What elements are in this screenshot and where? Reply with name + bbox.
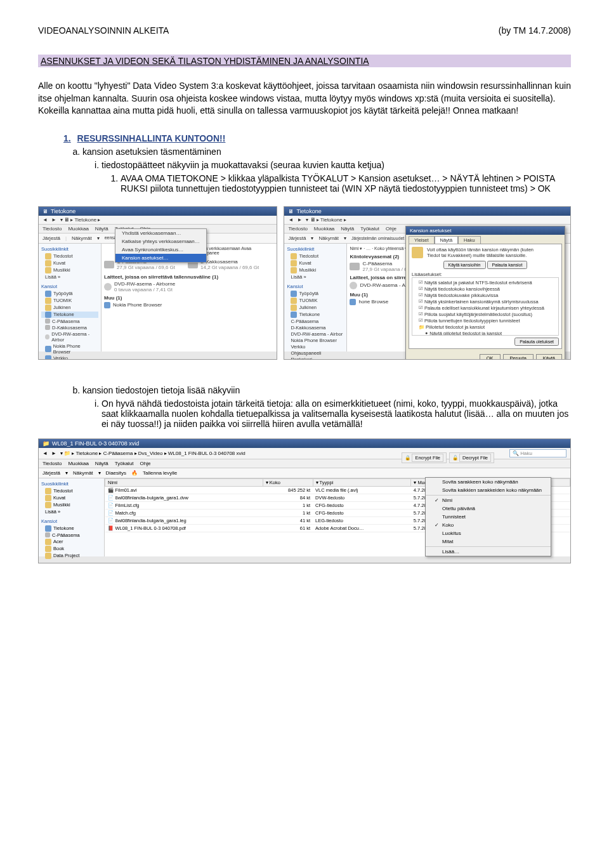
col-type[interactable]: ▾ Tyyppi xyxy=(313,478,411,486)
apply-to-folders-button[interactable]: Käytä kansioihin xyxy=(443,261,486,269)
item-b-i: On hyvä nähdä tiedostoista jotain tärkei… xyxy=(102,398,571,429)
ctx-col-name[interactable]: Nimi xyxy=(426,496,551,504)
ok-button[interactable]: OK xyxy=(480,354,501,360)
folder-c[interactable]: C-Pääasema xyxy=(41,319,98,324)
ctx-col-rating[interactable]: Luokitus xyxy=(426,529,551,537)
check-file-icon[interactable]: Näytä tiedostokuvake pikkukuvissa xyxy=(414,293,557,298)
menu-view[interactable]: Näytä xyxy=(95,226,108,232)
header-left: VIDEOANALYSOINNIN ALKEITA xyxy=(38,25,169,36)
column-context-menu: Sovita sarakkeen koko näkymään Sovita ka… xyxy=(425,477,551,556)
views-button[interactable]: Näkymät xyxy=(72,235,92,241)
fwd-arrow-icon[interactable]: ► xyxy=(297,217,302,223)
item1-a-label: kansion asetuksien täsmentäminen xyxy=(82,147,221,157)
tools-dropdown: Yhdistä verkkoasemaan… Katkaise yhteys v… xyxy=(115,228,207,263)
check-restore-windows[interactable]: Palauta edelliset kansioikkunat kirjautu… xyxy=(414,305,557,311)
menu-disconnect[interactable]: Katkaise yhteys verkkoasemaan… xyxy=(115,237,206,246)
restore-defaults-button[interactable]: Palauta oletukset xyxy=(514,338,559,346)
ctx-col-taken[interactable]: Otettu päivänä xyxy=(426,504,551,513)
item1-title: RESURSSINHALLINTA KUNTOON!! xyxy=(77,133,226,143)
window-titlebar: 📁 WL08_1 FIN-BUL 0-3 040708 xvid xyxy=(39,439,570,448)
nokia-browser[interactable]: Nokia Phone Browser xyxy=(104,302,274,308)
ctx-col-size[interactable]: Koko xyxy=(426,521,551,529)
section-banner: ASENNUKSET JA VIDEON SEKÄ TILASTON YHDIS… xyxy=(38,55,571,67)
window-title: Tietokone xyxy=(296,208,321,214)
screenshot-explorer-tools-menu: 🖥 Tietokone ◄ ► ▾ 🖥 ▸ Tietokone ▸ Tiedos… xyxy=(38,206,277,360)
item-b-label: kansion tiedostojen tietoja lisää näkyvi… xyxy=(82,385,240,395)
divider: | xyxy=(65,235,67,241)
apply-button[interactable]: Käytä xyxy=(536,354,562,360)
removable-section: Laitteet, joissa on siirrettävä tallennu… xyxy=(104,274,274,280)
menu-sync[interactable]: Avaa Synkronointikeskus… xyxy=(115,246,206,254)
fwd-arrow-icon[interactable]: ► xyxy=(51,450,56,456)
computer-icon: 🖥 xyxy=(288,208,294,214)
window-titlebar: 🖥 Tietokone xyxy=(284,207,570,216)
other-section: Muu (1) xyxy=(104,295,274,301)
folder-icon xyxy=(412,247,423,258)
folder-public[interactable]: Julkinen xyxy=(41,305,98,311)
folder-d[interactable]: D-Kakkosasema xyxy=(41,325,98,331)
encrypt-button[interactable]: 🔒 Encrypt File xyxy=(402,452,447,463)
menu-map-drive[interactable]: Yhdistä verkkoasemaan… xyxy=(115,229,206,237)
page-header: VIDEOANALYSOINNIN ALKEITA (by TM 14.7.20… xyxy=(38,25,571,36)
nav-sidebar: Suosikkilinkit Tiedostot Kuvat Musiikki … xyxy=(39,478,105,556)
tab-view[interactable]: Näytä xyxy=(435,236,459,244)
back-arrow-icon[interactable]: ◄ xyxy=(43,217,48,223)
header-right: (by TM 14.7.2008) xyxy=(499,25,571,36)
back-arrow-icon[interactable]: ◄ xyxy=(288,217,293,223)
sidebar-pictures[interactable]: Kuvat xyxy=(41,260,98,266)
address-bar[interactable]: ◄ ► ▾ 🖥 ▸ Tietokone ▸ xyxy=(39,216,277,225)
screenshot-row-1: 🖥 Tietokone ◄ ► ▾ 🖥 ▸ Tietokone ▸ Tiedos… xyxy=(38,206,571,360)
item1-number: 1. xyxy=(63,133,71,143)
ctx-more[interactable]: Lisää… xyxy=(426,548,551,556)
address-bar[interactable]: ◄ ► ▾ 🖥 ▸ Tietokone ▸ xyxy=(284,216,570,225)
dialog-title: Kansion asetukset xyxy=(406,227,565,235)
folder-dvd[interactable]: DVD-RW-asema - Airbor xyxy=(41,331,98,343)
item1-a-i-1: AVAA OMA TIETOKONE > klikkaa yläpalkista… xyxy=(121,173,571,194)
breadcrumb-text: Tietokone xyxy=(74,217,96,223)
ctx-size-all[interactable]: Sovita kaikkien sarakkeiden koko näkymää… xyxy=(426,486,551,494)
item1-a-i-label: tiedostopäätteet näkyviin ja muokattavak… xyxy=(102,160,384,170)
folder-desktop[interactable]: Työpöytä xyxy=(41,291,98,297)
list-item-1: 1. RESURSSINHALLINTA KUNTOON!! kansion a… xyxy=(38,133,571,194)
hidden-files-group: 📁 Piilotetut tiedostot ja kansiot xyxy=(414,324,557,330)
screenshot-folder-options: 🖥 Tietokone ◄ ► ▾ 🖥 ▸ Tietokone ▸ Tiedos… xyxy=(284,206,571,360)
search-input[interactable]: 🔍 Haku xyxy=(509,449,566,457)
folder-tuomik[interactable]: TUOMIK xyxy=(41,298,98,304)
item1-a-i: tiedostopäätteet näkyviin ja muokattavak… xyxy=(102,160,571,194)
sidebar-documents[interactable]: Tiedostot xyxy=(41,253,98,260)
check-filesize-tip[interactable]: Näytä tiedostokoko kansiovihjeessä xyxy=(414,286,557,292)
item-b: kansion tiedostojen tietoja lisää näkyvi… xyxy=(82,385,571,429)
folder-network[interactable]: Verkko xyxy=(41,355,98,360)
cancel-button[interactable]: Peruuta xyxy=(503,354,534,360)
ctx-size-to-fit[interactable]: Sovita sarakkeen koko näkymään xyxy=(426,478,551,486)
check-simple-nav[interactable]: Näytä yksinkertainen kansionäkymä siirty… xyxy=(414,299,557,305)
dialog-tabs: Yleiset Näytä Haku xyxy=(406,235,565,244)
ctx-col-tags[interactable]: Tunnisteet xyxy=(426,513,551,521)
folder-nokia[interactable]: Nokia Phone Browser xyxy=(41,343,98,355)
check-hide-extensions[interactable]: Piilota tunnettujen tiedostotyyppien tun… xyxy=(414,318,557,324)
sidebar-music[interactable]: Musiikki xyxy=(41,267,98,273)
folder-icon: 📁 xyxy=(43,440,49,447)
reset-folders-button[interactable]: Palauta kansiot xyxy=(487,261,528,269)
folder-computer[interactable]: Tietokone xyxy=(41,312,98,318)
tab-search[interactable]: Haku xyxy=(458,236,481,244)
decrypt-button[interactable]: 🔓 Decrypt File xyxy=(449,452,494,463)
menu-file[interactable]: Tiedosto xyxy=(43,226,62,232)
tab-general[interactable]: Yleiset xyxy=(409,236,435,244)
col-name[interactable]: Nimi xyxy=(105,478,263,486)
col-size[interactable]: ▾ Koko xyxy=(263,478,313,486)
radio-show-hidden[interactable]: Näytä piilotetut tiedostot ja kansiot xyxy=(414,331,557,336)
sidebar-more[interactable]: Lisää » xyxy=(41,274,98,280)
window-title: WL08_1 FIN-BUL 0-3 040708 xvid xyxy=(52,440,139,447)
menu-edit[interactable]: Muokkaa xyxy=(68,226,88,232)
organize-button[interactable]: Järjestä xyxy=(43,235,60,241)
check-ntfs-color[interactable]: Näytä salatut ja pakatut NTFS-tiedostot … xyxy=(414,280,557,286)
encrypt-toolbar: 🔒 Encrypt File 🔓 Decrypt File xyxy=(402,452,494,463)
back-arrow-icon[interactable]: ◄ xyxy=(43,450,48,456)
drive-dvd[interactable]: DVD-RW-asema - Airborne0 tavua vapaana /… xyxy=(104,281,274,293)
check-hide-protected[interactable]: Piilota suojatut käyttöjärjestelmätiedos… xyxy=(414,312,557,317)
fwd-arrow-icon[interactable]: ► xyxy=(51,217,56,223)
menu-folder-options[interactable]: Kansion asetukset… xyxy=(115,254,206,262)
disc-icon xyxy=(104,283,112,291)
ctx-col-dimensions[interactable]: Mitat xyxy=(426,537,551,546)
